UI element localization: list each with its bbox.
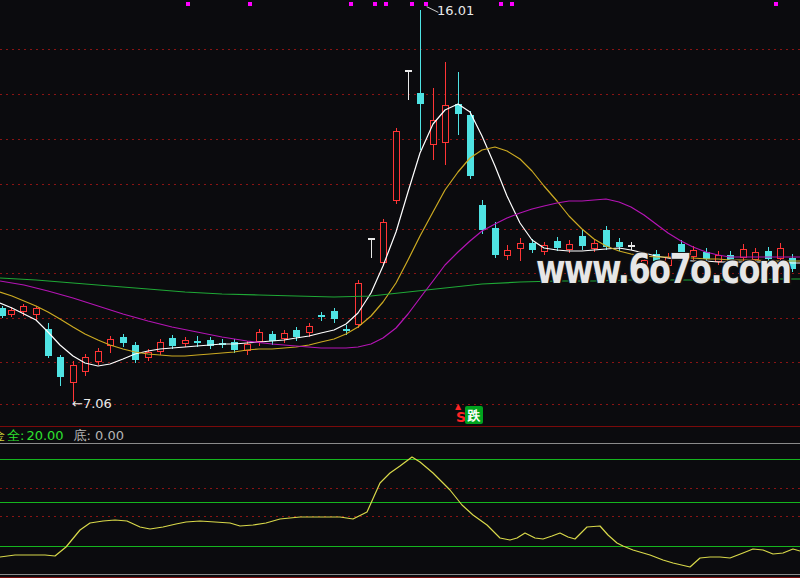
stock-chart-window: 16.01 ←7.06 ▲ S 跌 www.6o7o.com 金 全: 20.0… (0, 0, 800, 578)
watermark: www.6o7o.com (536, 246, 791, 292)
indicator-clipped-prefix-label: 金 (0, 429, 5, 442)
indicator-header[interactable]: 金 全: 20.00 底: 0.00 (0, 427, 124, 443)
panel-separator (0, 443, 800, 444)
price-low-value: 7.06 (83, 396, 112, 411)
panel-separator (0, 574, 800, 575)
indicator-slow-value: 0.00 (95, 429, 124, 442)
left-arrow-icon: ← (72, 396, 83, 411)
price-high-annotation: 16.01 (437, 4, 474, 17)
price-low-annotation: ←7.06 (72, 397, 112, 410)
indicator-fast-label: 全: (7, 429, 24, 442)
indicator-slow-label: 底: (74, 429, 91, 442)
fall-badge[interactable]: 跌 (465, 406, 483, 424)
indicator-fast-value: 20.00 (26, 429, 63, 442)
